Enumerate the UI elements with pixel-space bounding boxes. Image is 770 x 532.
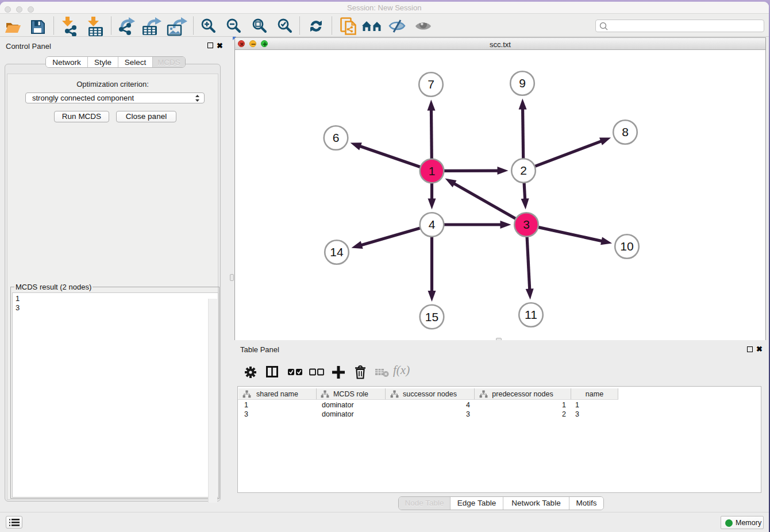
svg-text:4: 4 (429, 218, 436, 231)
svg-text:10: 10 (620, 240, 633, 253)
svg-text:15: 15 (425, 310, 438, 323)
svg-text:3: 3 (523, 218, 530, 231)
svg-text:11: 11 (525, 308, 537, 321)
svg-text:7: 7 (428, 78, 434, 91)
svg-text:1: 1 (429, 164, 436, 177)
svg-text:9: 9 (519, 76, 526, 90)
svg-text:2: 2 (520, 164, 527, 177)
svg-text:8: 8 (622, 125, 629, 138)
svg-text:6: 6 (333, 131, 340, 144)
svg-text:14: 14 (330, 245, 344, 259)
